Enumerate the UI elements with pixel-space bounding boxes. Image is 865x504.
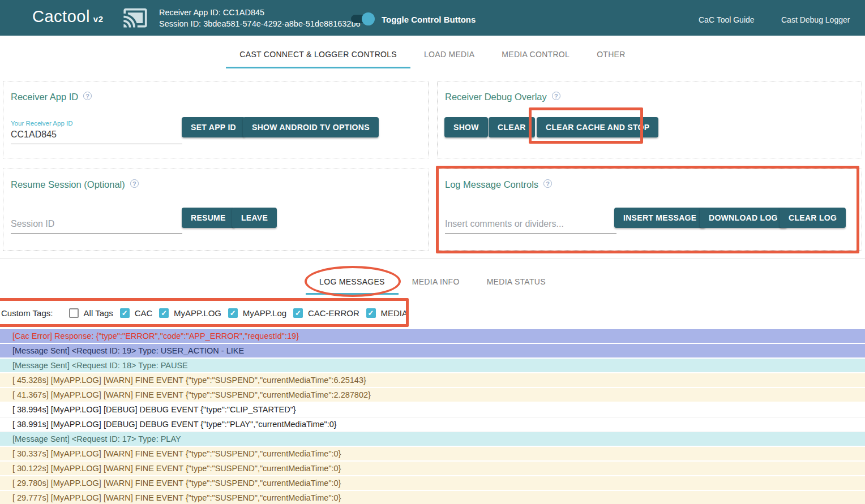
app-title: Cactoolv2: [32, 7, 104, 26]
main-tab-bar: CAST CONNECT & LOGGER CONTROLS LOAD MEDI…: [0, 42, 865, 68]
panel-receiver-debug-overlay: Receiver Debug Overlay SHOW CLEAR CLEAR …: [437, 81, 862, 158]
help-icon[interactable]: [83, 92, 92, 100]
receiver-app-id-input[interactable]: [11, 128, 182, 144]
panel-title-text: Receiver Debug Overlay: [445, 92, 547, 102]
log-row: [ 41.367s] [MyAPP.LOG] [WARN] FINE EVENT…: [0, 388, 865, 403]
help-icon[interactable]: [543, 179, 552, 188]
receiver-app-id-field-label: Your Receiver App ID: [11, 120, 73, 127]
insert-message-button[interactable]: INSERT MESSAGE: [614, 208, 705, 228]
checkbox-icon[interactable]: [69, 308, 79, 318]
tag-label: MyAPP.Log: [243, 308, 286, 318]
checkbox-icon[interactable]: [366, 308, 376, 318]
log-row: [Message Sent] <Request ID: 19> Type: US…: [0, 344, 865, 359]
log-message-list: [Cac Error] Response: {"type":"ERROR","c…: [0, 329, 865, 504]
connection-info: Receiver App ID: CC1AD845 Session ID: 3b…: [159, 7, 361, 29]
log-row: [ 38.991s] [MyAPP.LOG] [DEBUG] DEBUG EVE…: [0, 417, 865, 432]
log-row: [Message Sent] <Request ID: 18> Type: PA…: [0, 359, 865, 373]
panel-title: Log Message Controls: [445, 179, 552, 190]
checkbox-icon[interactable]: [228, 308, 238, 318]
cast-icon: [121, 5, 149, 31]
show-android-tv-options-button[interactable]: SHOW ANDROID TV OPTIONS: [243, 117, 379, 137]
cactool-app: Cactoolv2 Receiver App ID: CC1AD845 Sess…: [0, 0, 865, 504]
panel-title-text: Log Message Controls: [445, 179, 538, 189]
checkbox-icon[interactable]: [120, 308, 130, 318]
panel-title: Resume Session (Optional): [11, 179, 139, 190]
set-app-id-button[interactable]: SET APP ID: [182, 117, 245, 137]
tab-media-status[interactable]: MEDIA STATUS: [473, 270, 559, 295]
session-id-text: Session ID: 3bdea581-574e-4292-a8be-51de…: [159, 18, 361, 29]
log-row: [Cac Error] Response: {"type":"ERROR","c…: [0, 329, 865, 344]
tag-checkbox-cac-error[interactable]: CAC-ERROR: [293, 308, 359, 318]
tab-cast-connect-logger-controls[interactable]: CAST CONNECT & LOGGER CONTROLS: [226, 42, 410, 68]
log-tab-bar: LOG MESSAGES MEDIA INFO MEDIA STATUS: [0, 270, 865, 295]
app-header: Cactoolv2 Receiver App ID: CC1AD845 Sess…: [0, 0, 865, 36]
tag-label: CAC-ERROR: [308, 308, 359, 318]
app-version: v2: [93, 14, 104, 24]
toggle-knob-icon: [362, 12, 375, 25]
tag-label: CAC: [135, 308, 153, 318]
tab-other[interactable]: OTHER: [583, 42, 639, 68]
tag-label: MyAPP.LOG: [174, 308, 221, 318]
tag-checkbox-media[interactable]: MEDIA: [366, 308, 408, 318]
panel-receiver-app-id: Receiver App ID Your Receiver App ID SET…: [3, 81, 429, 158]
session-id-input[interactable]: [11, 218, 182, 234]
clear-log-button[interactable]: CLEAR LOG: [780, 208, 846, 228]
panel-log-message-controls: Log Message Controls INSERT MESSAGE DOWN…: [437, 169, 862, 251]
link-cac-tool-guide[interactable]: CaC Tool Guide: [699, 15, 755, 24]
app-name: Cactool: [32, 7, 90, 25]
panel-resume-session: Resume Session (Optional) RESUME LEAVE: [3, 169, 429, 251]
download-log-button[interactable]: DOWNLOAD LOG: [700, 208, 787, 228]
panel-title-text: Resume Session (Optional): [11, 179, 125, 189]
help-icon[interactable]: [130, 179, 139, 188]
tag-checkbox-cac[interactable]: CAC: [120, 308, 153, 318]
tab-media-control[interactable]: MEDIA CONTROL: [488, 42, 583, 68]
help-icon[interactable]: [552, 92, 560, 100]
panel-title-text: Receiver App ID: [11, 92, 78, 102]
link-cast-debug-logger[interactable]: Cast Debug Logger: [781, 15, 850, 24]
control-buttons-toggle[interactable]: [351, 15, 372, 23]
show-overlay-button[interactable]: SHOW: [444, 117, 488, 137]
tag-label: All Tags: [84, 308, 113, 318]
panel-title: Receiver Debug Overlay: [445, 92, 560, 102]
custom-tags-label: Custom Tags:: [1, 308, 53, 318]
tag-checkbox-myapp-log-mixed[interactable]: MyAPP.Log: [228, 308, 286, 318]
receiver-app-id-text: Receiver App ID: CC1AD845: [159, 7, 361, 18]
tab-media-info[interactable]: MEDIA INFO: [399, 270, 473, 295]
log-row: [Message Sent] <Request ID: 17> Type: PL…: [0, 432, 865, 447]
tag-checkbox-all-tags[interactable]: All Tags: [69, 308, 113, 318]
log-row: [ 30.337s] [MyAPP.LOG] [WARN] FINE EVENT…: [0, 447, 865, 462]
checkbox-icon[interactable]: [293, 308, 303, 318]
log-row: [ 29.777s] [MyAPP.LOG] [WARN] FINE EVENT…: [0, 491, 865, 504]
log-row: [ 45.328s] [MyAPP.LOG] [WARN] FINE EVENT…: [0, 373, 865, 388]
tag-checkbox-myapp-log-upper[interactable]: MyAPP.LOG: [159, 308, 221, 318]
tag-label: MEDIA: [381, 308, 408, 318]
log-row: [ 29.780s] [MyAPP.LOG] [WARN] FINE EVENT…: [0, 476, 865, 491]
tab-log-messages[interactable]: LOG MESSAGES: [306, 270, 399, 295]
custom-tags-bar: Custom Tags: All Tags CAC MyAPP.LOG MyAP…: [0, 300, 408, 325]
leave-button[interactable]: LEAVE: [232, 208, 277, 228]
clear-cache-and-stop-button[interactable]: CLEAR CACHE AND STOP: [537, 117, 658, 137]
checkbox-icon[interactable]: [159, 308, 169, 318]
tab-load-media[interactable]: LOAD MEDIA: [410, 42, 488, 68]
toggle-label: Toggle Control Buttons: [382, 15, 476, 24]
resume-button[interactable]: RESUME: [182, 208, 235, 228]
log-row: [ 38.994s] [MyAPP.LOG] [DEBUG] DEBUG EVE…: [0, 403, 865, 417]
panel-title: Receiver App ID: [11, 92, 92, 102]
insert-message-input[interactable]: [445, 218, 616, 234]
clear-overlay-button[interactable]: CLEAR: [489, 117, 535, 137]
log-row: [ 30.122s] [MyAPP.LOG] [WARN] FINE EVENT…: [0, 462, 865, 476]
section-divider: [0, 258, 865, 259]
